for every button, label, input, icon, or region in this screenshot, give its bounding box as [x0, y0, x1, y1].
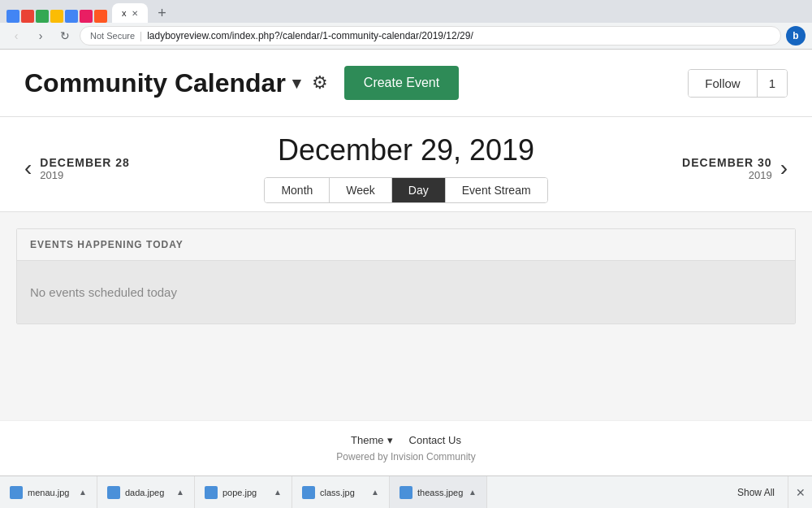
contact-us-link[interactable]: Contact Us	[409, 434, 461, 446]
follow-count: 1	[757, 70, 787, 97]
download-item-4[interactable]: theass.jpeg ▲	[390, 476, 487, 508]
download-filename-1: dada.jpeg	[125, 488, 164, 497]
download-file-icon-2	[205, 486, 218, 499]
tab-label: x	[122, 8, 127, 18]
calendar-title: Community Calendar ▾	[24, 68, 300, 98]
download-file-icon-1	[107, 486, 120, 499]
download-chevron-0[interactable]: ▲	[79, 488, 87, 497]
next-date-info: DECEMBER 30 2019	[682, 156, 772, 181]
prev-date-info: DECEMBER 28 2019	[40, 156, 130, 181]
theme-link[interactable]: Theme ▾	[351, 434, 392, 446]
download-chevron-2[interactable]: ▲	[274, 488, 282, 497]
events-body: No events scheduled today	[17, 261, 795, 323]
events-container: EVENTS HAPPENING TODAY No events schedul…	[16, 228, 796, 324]
calendar-nav: ‹ DECEMBER 28 2019 December 29, 2019 Mon…	[0, 117, 812, 212]
forward-button[interactable]: ›	[31, 26, 50, 46]
tab-day[interactable]: Day	[392, 178, 446, 202]
reload-button[interactable]: ↻	[55, 26, 75, 46]
gear-icon[interactable]: ⚙	[312, 72, 328, 93]
events-section-header: EVENTS HAPPENING TODAY	[17, 229, 795, 261]
download-item-0[interactable]: menau.jpg ▲	[0, 476, 97, 508]
not-secure-label: Not Secure	[90, 31, 135, 41]
footer-links: Theme ▾ Contact Us	[13, 434, 799, 446]
page-header: Community Calendar ▾ ⚙ Create Event Foll…	[0, 50, 812, 117]
powered-text: Powered by Invision Community	[13, 451, 799, 462]
download-item-3[interactable]: class.jpg ▲	[292, 476, 390, 508]
next-year: 2019	[682, 169, 772, 181]
theme-label: Theme	[351, 434, 383, 446]
prev-month-day: DECEMBER 28	[40, 156, 130, 169]
download-filename-3: class.jpg	[320, 488, 355, 497]
download-filename-2: pope.jpg	[222, 488, 257, 497]
prev-year: 2019	[40, 169, 130, 181]
download-file-icon-3	[302, 486, 315, 499]
download-chevron-4[interactable]: ▲	[469, 488, 477, 497]
download-file-icon-4	[400, 486, 412, 499]
view-tabs: Month Week Day Event Stream	[264, 177, 547, 203]
prev-date-nav[interactable]: ‹ DECEMBER 28 2019	[24, 155, 215, 181]
download-chevron-3[interactable]: ▲	[371, 488, 379, 497]
next-month-day: DECEMBER 30	[682, 156, 772, 169]
next-arrow-icon[interactable]: ›	[780, 155, 788, 181]
download-item-2[interactable]: pope.jpg ▲	[195, 476, 292, 508]
no-events-text: No events scheduled today	[30, 285, 782, 299]
theme-arrow-icon: ▾	[387, 434, 393, 446]
download-filename-4: theass.jpeg	[417, 488, 463, 497]
current-date: December 29, 2019	[215, 133, 597, 167]
profile-icon[interactable]: b	[786, 26, 806, 46]
tabs-bar: x ✕ +	[0, 0, 812, 23]
calendar-title-text: Community Calendar	[24, 68, 286, 98]
address-bar[interactable]: Not Secure | ladyboyreview.com/index.php…	[80, 26, 781, 46]
new-tab-icon[interactable]: +	[153, 3, 172, 23]
download-bar: menau.jpg ▲ dada.jpeg ▲ pope.jpg ▲ class…	[0, 475, 812, 508]
url-text: ladyboyreview.com/index.php?/calendar/1-…	[147, 30, 473, 41]
prev-arrow-icon[interactable]: ‹	[24, 155, 32, 181]
show-all-button[interactable]: Show All	[724, 476, 788, 508]
tab-month[interactable]: Month	[265, 178, 330, 202]
follow-button[interactable]: Follow 1	[688, 69, 788, 98]
next-date-nav[interactable]: DECEMBER 30 2019 ›	[597, 155, 788, 181]
download-bar-close-icon[interactable]: ✕	[788, 476, 812, 508]
back-button[interactable]: ‹	[6, 26, 26, 46]
contact-label: Contact Us	[409, 434, 461, 446]
follow-label: Follow	[689, 70, 756, 97]
current-date-section: December 29, 2019 Month Week Day Event S…	[215, 133, 597, 203]
tab-week[interactable]: Week	[330, 178, 392, 202]
page-footer: Theme ▾ Contact Us Powered by Invision C…	[0, 420, 812, 475]
create-event-button[interactable]: Create Event	[344, 66, 459, 100]
download-chevron-1[interactable]: ▲	[176, 488, 184, 497]
events-section: EVENTS HAPPENING TODAY No events schedul…	[0, 212, 812, 420]
active-tab[interactable]: x ✕	[112, 3, 148, 23]
browser-chrome: x ✕ + ‹ › ↻ Not Secure | ladyboyreview.c…	[0, 0, 812, 50]
browser-top-bar: ‹ › ↻ Not Secure | ladyboyreview.com/ind…	[0, 23, 812, 49]
tab-event-stream[interactable]: Event Stream	[446, 178, 547, 202]
page-content: Community Calendar ▾ ⚙ Create Event Foll…	[0, 50, 812, 475]
download-filename-0: menau.jpg	[28, 488, 69, 497]
download-file-icon-0	[10, 486, 23, 499]
download-item-1[interactable]: dada.jpeg ▲	[97, 476, 195, 508]
calendar-dropdown-arrow[interactable]: ▾	[292, 73, 300, 93]
tab-close-icon[interactable]: ✕	[132, 9, 138, 18]
